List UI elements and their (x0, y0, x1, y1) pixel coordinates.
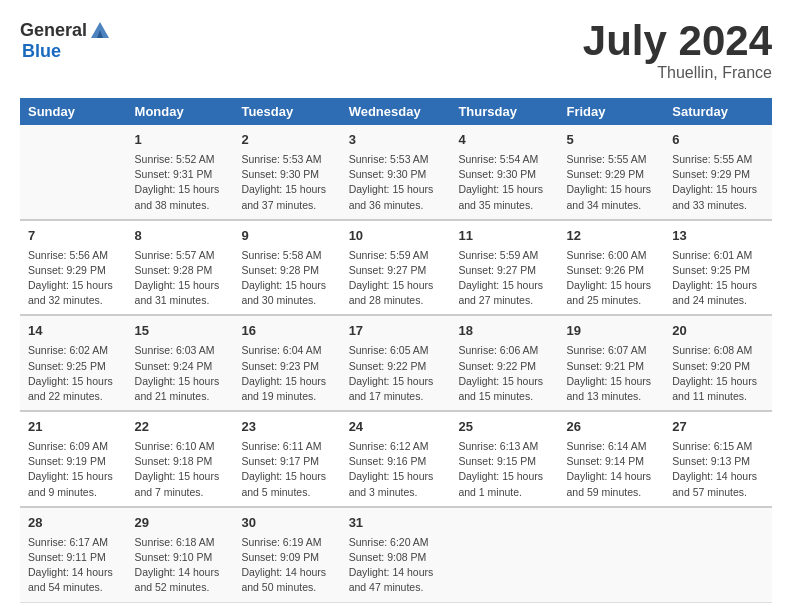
day-number: 1 (135, 131, 226, 150)
calendar-cell: 18Sunrise: 6:06 AMSunset: 9:22 PMDayligh… (450, 315, 558, 411)
day-number: 13 (672, 227, 764, 246)
day-number: 9 (241, 227, 332, 246)
day-number: 11 (458, 227, 550, 246)
day-number: 24 (349, 418, 443, 437)
day-info: Sunrise: 5:54 AMSunset: 9:30 PMDaylight:… (458, 152, 550, 213)
day-number: 23 (241, 418, 332, 437)
day-number: 29 (135, 514, 226, 533)
day-number: 22 (135, 418, 226, 437)
calendar-cell: 2Sunrise: 5:53 AMSunset: 9:30 PMDaylight… (233, 125, 340, 220)
calendar-cell: 5Sunrise: 5:55 AMSunset: 9:29 PMDaylight… (558, 125, 664, 220)
calendar-cell: 16Sunrise: 6:04 AMSunset: 9:23 PMDayligh… (233, 315, 340, 411)
day-number: 21 (28, 418, 119, 437)
calendar-cell: 9Sunrise: 5:58 AMSunset: 9:28 PMDaylight… (233, 220, 340, 316)
day-number: 6 (672, 131, 764, 150)
calendar-cell: 22Sunrise: 6:10 AMSunset: 9:18 PMDayligh… (127, 411, 234, 507)
calendar-cell: 29Sunrise: 6:18 AMSunset: 9:10 PMDayligh… (127, 507, 234, 602)
day-number: 25 (458, 418, 550, 437)
day-number: 2 (241, 131, 332, 150)
day-info: Sunrise: 6:19 AMSunset: 9:09 PMDaylight:… (241, 535, 332, 596)
day-number: 30 (241, 514, 332, 533)
day-info: Sunrise: 6:12 AMSunset: 9:16 PMDaylight:… (349, 439, 443, 500)
day-info: Sunrise: 6:11 AMSunset: 9:17 PMDaylight:… (241, 439, 332, 500)
day-number: 31 (349, 514, 443, 533)
day-info: Sunrise: 6:17 AMSunset: 9:11 PMDaylight:… (28, 535, 119, 596)
day-number: 4 (458, 131, 550, 150)
main-title: July 2024 (583, 20, 772, 62)
day-info: Sunrise: 5:59 AMSunset: 9:27 PMDaylight:… (458, 248, 550, 309)
day-number: 26 (566, 418, 656, 437)
day-number: 7 (28, 227, 119, 246)
calendar-cell: 14Sunrise: 6:02 AMSunset: 9:25 PMDayligh… (20, 315, 127, 411)
day-info: Sunrise: 5:59 AMSunset: 9:27 PMDaylight:… (349, 248, 443, 309)
col-thursday: Thursday (450, 98, 558, 125)
day-number: 16 (241, 322, 332, 341)
day-info: Sunrise: 6:02 AMSunset: 9:25 PMDaylight:… (28, 343, 119, 404)
logo-icon (89, 20, 111, 42)
day-number: 28 (28, 514, 119, 533)
calendar-cell: 15Sunrise: 6:03 AMSunset: 9:24 PMDayligh… (127, 315, 234, 411)
calendar-cell: 19Sunrise: 6:07 AMSunset: 9:21 PMDayligh… (558, 315, 664, 411)
calendar-cell: 3Sunrise: 5:53 AMSunset: 9:30 PMDaylight… (341, 125, 451, 220)
calendar-cell: 1Sunrise: 5:52 AMSunset: 9:31 PMDaylight… (127, 125, 234, 220)
day-number: 8 (135, 227, 226, 246)
calendar-cell (20, 125, 127, 220)
day-info: Sunrise: 6:07 AMSunset: 9:21 PMDaylight:… (566, 343, 656, 404)
day-info: Sunrise: 5:53 AMSunset: 9:30 PMDaylight:… (349, 152, 443, 213)
day-number: 14 (28, 322, 119, 341)
calendar-cell (558, 507, 664, 602)
calendar-week-row: 28Sunrise: 6:17 AMSunset: 9:11 PMDayligh… (20, 507, 772, 602)
calendar-week-row: 14Sunrise: 6:02 AMSunset: 9:25 PMDayligh… (20, 315, 772, 411)
logo-general: General (20, 21, 87, 41)
calendar-cell: 21Sunrise: 6:09 AMSunset: 9:19 PMDayligh… (20, 411, 127, 507)
calendar-cell: 8Sunrise: 5:57 AMSunset: 9:28 PMDaylight… (127, 220, 234, 316)
calendar-cell: 31Sunrise: 6:20 AMSunset: 9:08 PMDayligh… (341, 507, 451, 602)
col-sunday: Sunday (20, 98, 127, 125)
title-block: July 2024 Thuellin, France (583, 20, 772, 82)
calendar-cell: 7Sunrise: 5:56 AMSunset: 9:29 PMDaylight… (20, 220, 127, 316)
col-saturday: Saturday (664, 98, 772, 125)
day-number: 12 (566, 227, 656, 246)
calendar-table: Sunday Monday Tuesday Wednesday Thursday… (20, 98, 772, 603)
day-number: 10 (349, 227, 443, 246)
calendar-header-row: Sunday Monday Tuesday Wednesday Thursday… (20, 98, 772, 125)
calendar-cell: 13Sunrise: 6:01 AMSunset: 9:25 PMDayligh… (664, 220, 772, 316)
page-header: General Blue July 2024 Thuellin, France (20, 20, 772, 82)
day-info: Sunrise: 6:05 AMSunset: 9:22 PMDaylight:… (349, 343, 443, 404)
calendar-cell (664, 507, 772, 602)
day-info: Sunrise: 6:09 AMSunset: 9:19 PMDaylight:… (28, 439, 119, 500)
day-info: Sunrise: 6:14 AMSunset: 9:14 PMDaylight:… (566, 439, 656, 500)
day-info: Sunrise: 5:57 AMSunset: 9:28 PMDaylight:… (135, 248, 226, 309)
col-monday: Monday (127, 98, 234, 125)
calendar-cell: 4Sunrise: 5:54 AMSunset: 9:30 PMDaylight… (450, 125, 558, 220)
col-friday: Friday (558, 98, 664, 125)
calendar-cell: 23Sunrise: 6:11 AMSunset: 9:17 PMDayligh… (233, 411, 340, 507)
day-info: Sunrise: 6:10 AMSunset: 9:18 PMDaylight:… (135, 439, 226, 500)
col-wednesday: Wednesday (341, 98, 451, 125)
day-info: Sunrise: 5:58 AMSunset: 9:28 PMDaylight:… (241, 248, 332, 309)
calendar-week-row: 7Sunrise: 5:56 AMSunset: 9:29 PMDaylight… (20, 220, 772, 316)
day-info: Sunrise: 6:03 AMSunset: 9:24 PMDaylight:… (135, 343, 226, 404)
day-info: Sunrise: 5:52 AMSunset: 9:31 PMDaylight:… (135, 152, 226, 213)
day-number: 20 (672, 322, 764, 341)
calendar-cell: 6Sunrise: 5:55 AMSunset: 9:29 PMDaylight… (664, 125, 772, 220)
day-info: Sunrise: 6:13 AMSunset: 9:15 PMDaylight:… (458, 439, 550, 500)
day-info: Sunrise: 5:55 AMSunset: 9:29 PMDaylight:… (672, 152, 764, 213)
day-info: Sunrise: 5:53 AMSunset: 9:30 PMDaylight:… (241, 152, 332, 213)
day-info: Sunrise: 6:00 AMSunset: 9:26 PMDaylight:… (566, 248, 656, 309)
calendar-cell: 12Sunrise: 6:00 AMSunset: 9:26 PMDayligh… (558, 220, 664, 316)
day-info: Sunrise: 6:15 AMSunset: 9:13 PMDaylight:… (672, 439, 764, 500)
day-number: 15 (135, 322, 226, 341)
calendar-cell: 26Sunrise: 6:14 AMSunset: 9:14 PMDayligh… (558, 411, 664, 507)
calendar-cell: 10Sunrise: 5:59 AMSunset: 9:27 PMDayligh… (341, 220, 451, 316)
day-info: Sunrise: 5:56 AMSunset: 9:29 PMDaylight:… (28, 248, 119, 309)
logo: General Blue (20, 20, 111, 62)
calendar-cell: 24Sunrise: 6:12 AMSunset: 9:16 PMDayligh… (341, 411, 451, 507)
day-info: Sunrise: 6:18 AMSunset: 9:10 PMDaylight:… (135, 535, 226, 596)
calendar-cell: 17Sunrise: 6:05 AMSunset: 9:22 PMDayligh… (341, 315, 451, 411)
calendar-cell: 11Sunrise: 5:59 AMSunset: 9:27 PMDayligh… (450, 220, 558, 316)
day-number: 27 (672, 418, 764, 437)
day-number: 17 (349, 322, 443, 341)
logo-blue: Blue (22, 42, 111, 62)
day-number: 5 (566, 131, 656, 150)
